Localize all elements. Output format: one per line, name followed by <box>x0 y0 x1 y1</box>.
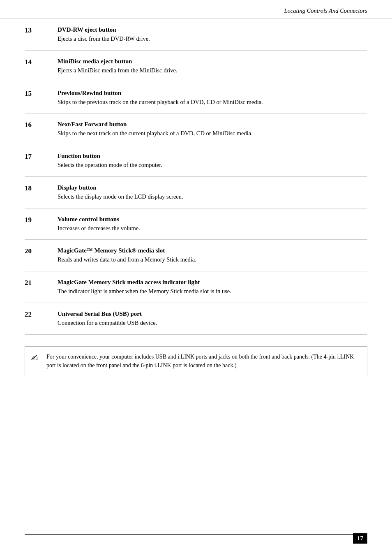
item-content: Next/Fast Forward buttonSkips to the nex… <box>58 121 367 138</box>
item-title: Previous/Rewind button <box>58 90 367 97</box>
item-content: Display buttonSelects the display mode o… <box>58 184 367 201</box>
page-header: Locating Controls And Connectors <box>0 0 392 19</box>
item-description: Increases or decreases the volume. <box>58 224 367 233</box>
page-container: Locating Controls And Connectors 13DVD-R… <box>0 0 392 551</box>
table-row: 21MagicGate Memory Stick media access in… <box>25 271 367 303</box>
table-row: 22Universal Serial Bus (USB) portConnect… <box>25 303 367 335</box>
item-number: 15 <box>25 90 58 98</box>
item-title: Volume control buttons <box>58 216 367 223</box>
note-box: ✍︎ For your convenience, your computer i… <box>25 346 367 376</box>
table-row: 20MagicGate™ Memory Stick® media slotRea… <box>25 240 367 271</box>
table-row: 15Previous/Rewind buttonSkips to the pre… <box>25 82 367 114</box>
header-title: Locating Controls And Connectors <box>284 7 367 14</box>
table-row: 16Next/Fast Forward buttonSkips to the n… <box>25 113 367 145</box>
item-title: MiniDisc media eject button <box>58 58 367 65</box>
item-content: DVD-RW eject buttonEjects a disc from th… <box>58 26 367 44</box>
item-title: Function button <box>58 153 367 160</box>
table-row: 19Volume control buttonsIncreases or dec… <box>25 208 367 240</box>
item-description: Reads and writes data to and from a Memo… <box>58 255 367 264</box>
content-area: 13DVD-RW eject buttonEjects a disc from … <box>0 19 392 417</box>
item-title: Universal Serial Bus (USB) port <box>58 310 367 317</box>
item-content: MagicGate Memory Stick media access indi… <box>58 279 367 296</box>
item-number: 17 <box>25 153 58 161</box>
item-title: DVD-RW eject button <box>58 26 367 33</box>
note-icon: ✍︎ <box>31 353 42 363</box>
note-text: For your convenience, your computer incl… <box>46 352 360 370</box>
table-row: 13DVD-RW eject buttonEjects a disc from … <box>25 19 367 51</box>
item-number: 21 <box>25 279 58 287</box>
item-number: 19 <box>25 216 58 224</box>
item-description: Skips to the next track on the current p… <box>58 129 367 138</box>
item-description: Selects the operation mode of the comput… <box>58 161 367 170</box>
item-content: Volume control buttonsIncreases or decre… <box>58 216 367 233</box>
item-description: The indicator light is amber when the Me… <box>58 287 367 296</box>
item-description: Ejects a MiniDisc media from the MiniDis… <box>58 66 367 75</box>
item-title: Display button <box>58 184 367 191</box>
table-row: 17Function buttonSelects the operation m… <box>25 145 367 177</box>
item-content: Previous/Rewind buttonSkips to the previ… <box>58 90 367 107</box>
item-description: Connection for a compatible USB device. <box>58 319 367 328</box>
item-description: Skips to the previous track on the curre… <box>58 98 367 107</box>
item-description: Ejects a disc from the DVD-RW drive. <box>58 35 367 44</box>
items-list: 13DVD-RW eject buttonEjects a disc from … <box>25 19 367 335</box>
item-number: 13 <box>25 26 58 35</box>
table-row: 14MiniDisc media eject buttonEjects a Mi… <box>25 51 367 82</box>
table-row: 18Display buttonSelects the display mode… <box>25 177 367 208</box>
item-title: MagicGate™ Memory Stick® media slot <box>58 247 367 254</box>
item-title: MagicGate Memory Stick media access indi… <box>58 279 367 286</box>
bottom-rule <box>25 534 367 535</box>
page-number: 17 <box>353 533 367 544</box>
item-description: Selects the display mode on the LCD disp… <box>58 192 367 201</box>
item-content: MagicGate™ Memory Stick® media slotReads… <box>58 247 367 264</box>
item-number: 20 <box>25 247 58 255</box>
item-number: 14 <box>25 58 58 66</box>
item-content: MiniDisc media eject buttonEjects a Mini… <box>58 58 367 75</box>
item-title: Next/Fast Forward button <box>58 121 367 128</box>
item-number: 22 <box>25 310 58 319</box>
item-number: 18 <box>25 184 58 192</box>
item-content: Universal Serial Bus (USB) portConnectio… <box>58 310 367 328</box>
item-number: 16 <box>25 121 58 129</box>
item-content: Function buttonSelects the operation mod… <box>58 153 367 170</box>
